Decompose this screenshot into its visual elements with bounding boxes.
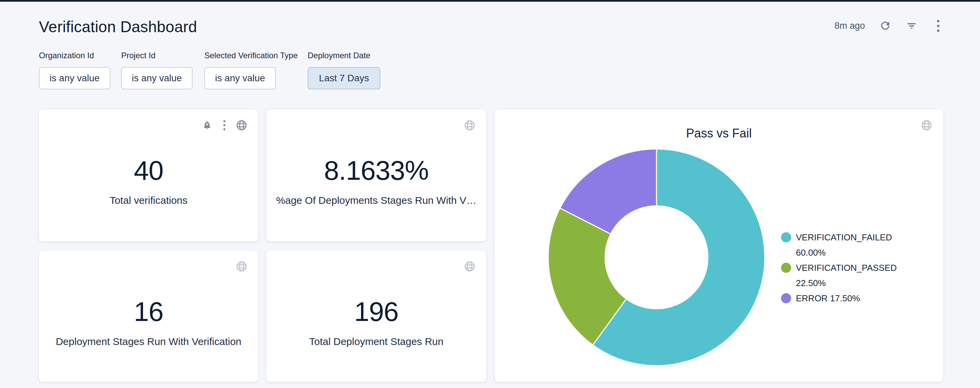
- tile-pct-stages-with-verification: 8.1633% %age Of Deployments Stages Run W…: [266, 109, 486, 241]
- filter-label: Selected Verification Type: [204, 51, 298, 60]
- stat-value: 40: [39, 155, 258, 186]
- tile-more-actions-icon[interactable]: [221, 120, 228, 131]
- filter-label: Organization Id: [39, 51, 94, 60]
- dashboard-header-actions: 8m ago: [835, 20, 944, 32]
- filter-value-button[interactable]: is any value: [39, 67, 110, 89]
- alert-bell-icon[interactable]: [201, 120, 213, 131]
- stat-label: %age Of Deployments Stages Run With V…: [273, 195, 479, 206]
- legend-dot: [781, 232, 791, 243]
- stat-label: Total Deployment Stages Run: [273, 336, 479, 347]
- globe-icon[interactable]: [464, 261, 476, 272]
- legend-item-verification-failed: VERIFICATION_FAILED 60.00%: [781, 230, 897, 260]
- stat-value: 16: [39, 296, 258, 327]
- refresh-icon[interactable]: [879, 20, 891, 32]
- filter-icon[interactable]: [905, 20, 918, 32]
- filter-value-button[interactable]: is any value: [121, 67, 192, 89]
- stat-label: Total verifications: [46, 195, 251, 206]
- globe-icon[interactable]: [236, 120, 247, 131]
- filter-value-button[interactable]: is any value: [204, 67, 276, 89]
- legend-item-verification-passed: VERIFICATION_PASSED 22.50%: [781, 260, 897, 291]
- last-refresh-timestamp: 8m ago: [835, 21, 865, 31]
- stat-value: 196: [266, 296, 486, 327]
- globe-icon[interactable]: [236, 261, 247, 272]
- filter-value-button[interactable]: Last 7 Days: [308, 67, 380, 89]
- tile-stages-run-with-verification: 16 Deployment Stages Run With Verificati…: [39, 251, 258, 382]
- window-top-edge: [0, 0, 980, 2]
- legend-dot: [781, 293, 791, 303]
- stat-value: 8.1633%: [266, 155, 486, 186]
- filter-label: Deployment Date: [308, 51, 370, 60]
- legend-dot: [781, 263, 791, 273]
- dashboard-more-actions-icon[interactable]: [932, 20, 944, 32]
- chart-legend: VERIFICATION_FAILED 60.00% VERIFICATION_…: [781, 230, 897, 306]
- tile-total-stages-run: 196 Total Deployment Stages Run: [266, 251, 486, 382]
- tile-pass-vs-fail-chart: Pass vs Fail VERIFICATION_FAILED 60.00% …: [495, 109, 943, 382]
- filter-label: Project Id: [121, 51, 155, 60]
- tile-total-verifications: 40 Total verifications: [39, 109, 258, 241]
- stat-label: Deployment Stages Run With Verification: [46, 336, 251, 347]
- page-title: Verification Dashboard: [39, 18, 197, 36]
- globe-icon[interactable]: [464, 120, 476, 131]
- legend-item-error: ERROR 17.50%: [781, 291, 897, 306]
